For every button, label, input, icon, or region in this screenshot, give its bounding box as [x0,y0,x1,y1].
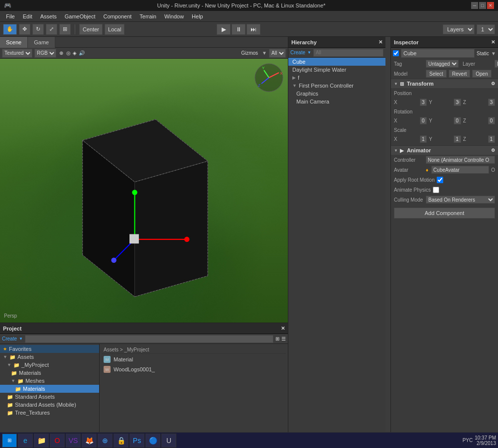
proj-standard[interactable]: 📁 Standard Assets [0,393,99,401]
taskbar-vs[interactable]: VS [66,434,81,448]
proj-favorites[interactable]: ★ Favorites [0,345,99,353]
tool-rotate[interactable]: ↻ [32,24,44,35]
object-name-input[interactable] [401,49,475,58]
taskbar-explorer[interactable]: 📁 [34,434,49,448]
animator-settings[interactable]: ⚙ [491,148,495,153]
layout-select[interactable]: 1 [477,24,495,34]
apply-root-checkbox[interactable] [437,177,443,183]
pos-x-input[interactable] [420,99,427,106]
proj-standard-mobile[interactable]: 📁 Standard Assets (Mobile) [0,401,99,409]
proj-tool-1[interactable]: ⊞ [275,336,279,341]
scene-audio[interactable]: 🔊 [79,50,85,56]
project-search-input[interactable] [25,335,273,343]
rot-y-input[interactable] [454,117,461,124]
taskbar-unity[interactable]: U [161,434,176,448]
hier-item-camera[interactable]: Main Camera [288,98,385,106]
object-enabled-checkbox[interactable] [393,50,399,56]
menu-component[interactable]: Component [99,12,135,20]
pos-z-input[interactable] [488,99,495,106]
hier-item-water[interactable]: Daylight Simple Water [288,66,385,74]
hier-create-btn[interactable]: Create [290,50,305,55]
transform-settings[interactable]: ⚙ [491,81,495,86]
hier-item-fpc[interactable]: ▼ First Person Controller [288,82,385,90]
avatar-input[interactable] [431,166,489,174]
taskbar-start[interactable]: ⊞ [2,434,17,448]
taskbar-firefox[interactable]: 🦊 [82,434,97,448]
hierarchy-search-input[interactable] [313,49,383,57]
scene-view[interactable]: X Y Z Persp [0,59,288,323]
tag-select[interactable]: Untagged [426,60,459,68]
layers-select[interactable]: Layers [443,24,475,34]
select-button[interactable]: Select [426,70,447,78]
tab-scene[interactable]: Scene [0,37,28,48]
tool-scale[interactable]: ⤢ [46,24,57,35]
pos-y-input[interactable] [454,99,461,106]
scene-tool-1[interactable]: ⊕ [59,50,63,56]
rot-x-input[interactable] [420,117,427,124]
hier-item-cube[interactable]: Cube [288,58,385,66]
proj-materials-sub[interactable]: 📁 Materials [0,385,99,393]
tool-rect[interactable]: ⊞ [59,24,71,35]
add-component-button[interactable]: Add Component [394,208,495,219]
hier-item-f[interactable]: ▶ f [288,74,385,82]
scene-tool-2[interactable]: ◎ [66,50,71,56]
menu-window[interactable]: Window [160,12,188,20]
scene-tool-3[interactable]: ◈ [73,50,77,56]
taskbar-opera[interactable]: O [50,434,65,448]
step-button[interactable]: ⏭ [247,24,260,35]
gizmos-filter-select[interactable]: All [269,49,286,58]
gizmos-btn[interactable]: Gizmos [241,50,258,56]
hier-item-graphics[interactable]: Graphics [288,90,385,98]
scale-y-input[interactable] [454,135,461,143]
revert-button[interactable]: Revert [449,70,470,78]
proj-tree-textures[interactable]: 📁 Tree_Textures [0,409,99,417]
taskbar-blender[interactable]: 🔵 [145,434,160,448]
culling-select[interactable]: Based On Renderers [426,196,495,204]
view-mode-select[interactable]: Textured [2,49,32,58]
pause-button[interactable]: ⏸ [232,24,246,35]
layer-select[interactable]: Default [495,60,498,68]
maximize-button[interactable]: □ [479,2,486,9]
proj-create-btn[interactable]: Create [2,336,17,341]
center-toggle[interactable]: Center [79,24,103,35]
asset-woodlogs[interactable]: W WoodLogs0001_ [102,365,286,374]
hier-create-arrow[interactable]: ▼ [307,50,311,55]
proj-meshes[interactable]: ▼ 📁 Meshes [0,377,99,385]
animate-physics-checkbox[interactable] [433,187,439,193]
proj-tool-2[interactable]: ☰ [281,336,286,341]
menu-assets[interactable]: Assets [36,12,61,20]
tool-move[interactable]: ✥ [19,24,30,35]
animator-header[interactable]: ▼ ▶ Animator ⚙ [391,145,498,155]
minimize-button[interactable]: ─ [471,2,478,9]
taskbar-ie[interactable]: e [18,434,33,448]
proj-create-arrow[interactable]: ▼ [19,336,23,341]
taskbar-network[interactable]: ⊕ [98,434,113,448]
tool-hand[interactable]: ✋ [3,24,17,35]
proj-myproject[interactable]: ▼ 📁 _MyProject [0,361,99,369]
hierarchy-close[interactable]: ✕ [378,39,382,45]
transform-header[interactable]: ▼ ⊞ Transform ⚙ [391,79,498,88]
static-dropdown[interactable]: ▼ [491,51,496,56]
play-button[interactable]: ▶ [217,24,231,35]
menu-file[interactable]: File [2,12,19,20]
menu-edit[interactable]: Edit [19,12,36,20]
menu-help[interactable]: Help [188,12,207,20]
asset-material[interactable]: M Material [102,355,286,364]
proj-assets[interactable]: ▼ 📁 Assets [0,353,99,361]
taskbar-vpn[interactable]: 🔒 [114,434,128,448]
tab-game[interactable]: Game [28,37,55,48]
taskbar-photoshop[interactable]: Ps [129,434,144,448]
inspector-close[interactable]: ✕ [491,39,495,45]
project-close[interactable]: ✕ [281,326,285,331]
open-button[interactable]: Open [472,70,491,78]
proj-materials[interactable]: 📁 Materials [0,369,99,377]
menu-terrain[interactable]: Terrain [135,12,160,20]
rot-z-input[interactable] [488,117,495,124]
scale-x-input[interactable] [420,135,427,143]
local-toggle[interactable]: Local [105,24,124,35]
close-button[interactable]: ✕ [487,2,494,9]
menu-gameobject[interactable]: GameObject [61,12,100,20]
controller-input[interactable] [426,156,495,164]
color-mode-select[interactable]: RGB [34,49,56,58]
scale-z-input[interactable] [488,135,495,143]
